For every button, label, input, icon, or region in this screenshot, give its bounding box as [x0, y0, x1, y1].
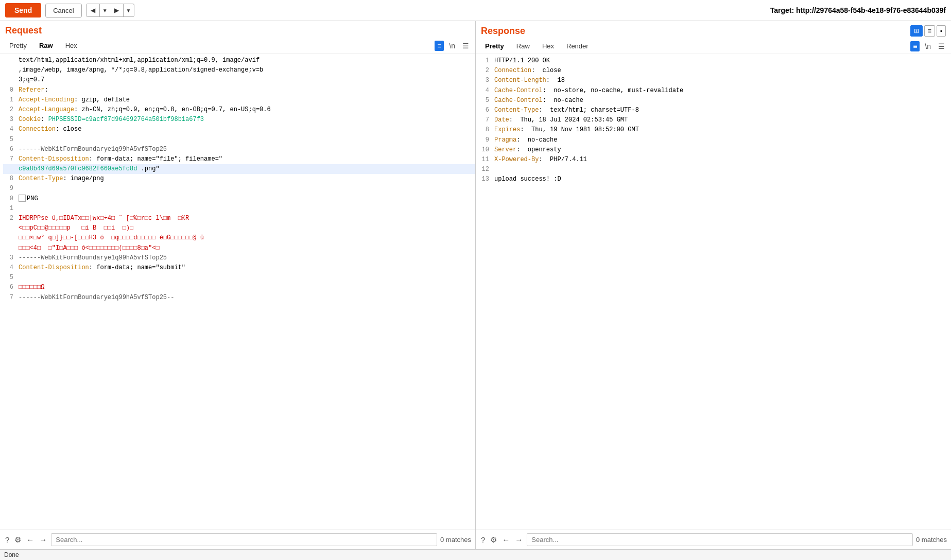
table-row: 2Accept-Language: zh-CN, zh;q=0.9, en;q=…	[3, 105, 475, 115]
request-settings-icon[interactable]: ⚙	[13, 534, 22, 546]
view-split-button[interactable]: ⊞	[910, 25, 923, 37]
line-number	[3, 223, 13, 233]
line-number: 2	[3, 214, 13, 223]
request-search-input[interactable]	[51, 533, 437, 546]
request-content: text/html,application/xhtml+xml,applicat…	[0, 54, 475, 530]
line-number	[3, 56, 13, 65]
line-number	[3, 75, 13, 85]
line-number: 8	[479, 125, 489, 135]
line-number: 4	[3, 263, 13, 273]
list-icon[interactable]: ≡	[435, 41, 444, 51]
tab-request-pretty[interactable]: Pretty	[4, 40, 32, 51]
table-row: 5	[3, 273, 475, 283]
line-content: Content-Disposition: form-data; name="su…	[19, 263, 185, 273]
response-next-match[interactable]: →	[514, 534, 524, 545]
line-content: <□□pC□□@□□□□□p □i B □□i □)□	[19, 223, 133, 233]
request-prev-match[interactable]: ←	[25, 534, 35, 545]
send-button[interactable]: Send	[5, 3, 41, 18]
prev-drop-button[interactable]: ▼	[100, 5, 110, 16]
line-content: Connection: close	[494, 66, 561, 76]
tab-response-pretty[interactable]: Pretty	[480, 41, 509, 51]
table-row: 6------WebKitFormBoundarye1q99hA5vfSTop2…	[3, 145, 475, 154]
response-search-input[interactable]	[527, 533, 913, 546]
tab-response-render[interactable]: Render	[561, 41, 594, 51]
line-content: X-Powered-By: PHP/7.4.11	[494, 155, 587, 165]
line-content: Date: Thu, 18 Jul 2024 02:53:45 GMT	[494, 115, 628, 125]
table-row: 7Content-Disposition: form-data; name="f…	[3, 154, 475, 164]
line-content: ------WebKitFormBoundarye1q99hA5vfSTop25…	[19, 293, 174, 303]
prev-button[interactable]: ◀	[87, 4, 100, 16]
line-content: Expires: Thu, 19 Nov 1981 08:52:00 GMT	[494, 125, 639, 135]
table-row: 2IHDRPPse ú,□IDATx□□|wx□÷4□ ¨ [□%□r□c l\…	[3, 214, 475, 223]
table-row: 6Content-Type: text/html; charset=UTF-8	[479, 106, 951, 115]
view-horizontal-button[interactable]: ≡	[924, 25, 935, 37]
line-number: 1	[3, 204, 13, 214]
response-search-bar: ? ⚙ ← → 0 matches	[476, 530, 951, 549]
table-row: <□□pC□□@□□□□□p □i B □□i □)□	[3, 223, 475, 233]
table-row: 3Cookie: PHPSESSID=c9acf87d964692764a501…	[3, 115, 475, 125]
request-help-icon[interactable]: ?	[4, 534, 10, 545]
response-tab-icons: ≡ \n ☰	[910, 41, 947, 51]
line-content: text/html,application/xhtml+xml,applicat…	[19, 56, 260, 65]
table-row: 3------WebKitFormBoundarye1q99hA5vfSTop2…	[3, 253, 475, 263]
table-row: 8Expires: Thu, 19 Nov 1981 08:52:00 GMT	[479, 125, 951, 135]
table-row: 1Accept-Encoding: gzip, deflate	[3, 95, 475, 105]
table-row: 4Connection: close	[3, 125, 475, 134]
table-row: 1	[3, 204, 475, 214]
response-help-icon[interactable]: ?	[480, 534, 486, 545]
cancel-button[interactable]: Cancel	[45, 4, 81, 18]
line-number: 5	[3, 135, 13, 145]
view-panel-button[interactable]: ▪	[937, 25, 946, 37]
line-content: ,image/webp, image/apng, */*;q=0.8,appli…	[19, 65, 263, 75]
request-search-bar: ? ⚙ ← → 0 matches	[0, 530, 475, 549]
table-row: 3;q=0.7	[3, 75, 475, 85]
line-number: 4	[479, 86, 489, 96]
response-matches-count: 0 matches	[916, 536, 947, 544]
request-next-match[interactable]: →	[38, 534, 48, 545]
line-number: 13	[479, 174, 489, 184]
line-content: Referer:	[19, 85, 52, 95]
line-content: Cache-Control: no-cache	[494, 96, 583, 106]
response-settings-icon[interactable]: ⚙	[489, 534, 498, 546]
response-menu-icon[interactable]: ☰	[936, 41, 947, 51]
tab-request-hex[interactable]: Hex	[60, 40, 82, 51]
line-content: 3;q=0.7	[19, 75, 44, 85]
line-content: Accept-Language: zh-CN, zh;q=0.9, en;q=0…	[19, 105, 271, 115]
table-row: 2Connection: close	[479, 66, 951, 76]
request-panel: Request Pretty Raw Hex ≡ \n ☰ text/html,…	[0, 21, 476, 549]
line-number: 6	[3, 283, 13, 292]
request-matches-count: 0 matches	[440, 536, 471, 544]
line-number: 0	[3, 194, 13, 204]
line-content: Server: openresty	[494, 145, 561, 155]
table-row: 9	[3, 184, 475, 194]
status-text: Done	[4, 551, 19, 558]
line-number: 9	[3, 184, 13, 194]
line-number	[3, 243, 13, 253]
line-content: Cookie: PHPSESSID=c9acf87d964692764a501b…	[19, 115, 204, 125]
request-header: Request	[0, 21, 475, 38]
request-tab-icons: ≡ \n ☰	[435, 41, 471, 51]
next-drop-button[interactable]: ▼	[124, 5, 134, 16]
line-number: 7	[3, 154, 13, 164]
response-newline-icon[interactable]: \n	[923, 41, 933, 51]
line-number	[3, 233, 13, 243]
tab-request-raw[interactable]: Raw	[34, 40, 58, 51]
tab-response-hex[interactable]: Hex	[537, 41, 559, 51]
tab-response-raw[interactable]: Raw	[511, 41, 535, 51]
line-number: 7	[479, 115, 489, 125]
status-bar: Done	[0, 549, 951, 560]
next-button[interactable]: ▶	[110, 4, 124, 16]
menu-icon[interactable]: ☰	[460, 41, 471, 51]
table-row: 6□□□□□□Ω	[3, 283, 475, 292]
main-split: Request Pretty Raw Hex ≡ \n ☰ text/html,…	[0, 21, 951, 549]
newline-icon[interactable]: \n	[447, 41, 457, 51]
response-prev-match[interactable]: ←	[501, 534, 511, 545]
line-content: PNG	[19, 194, 38, 204]
line-content: Accept-Encoding: gzip, deflate	[19, 95, 130, 105]
response-list-icon[interactable]: ≡	[910, 41, 920, 51]
nav-button-group: ◀ ▼ ▶ ▼	[86, 4, 134, 17]
table-row: c9a8b497d69a570fc9682f660ae5fc8d .png"	[3, 164, 475, 174]
line-content: Connection: close	[19, 125, 81, 134]
line-content: □□□×□w° q□]}□□-[□□□H3 ó □q□□□□d□□□□□ é□G…	[19, 233, 204, 243]
line-number: 2	[479, 66, 489, 76]
